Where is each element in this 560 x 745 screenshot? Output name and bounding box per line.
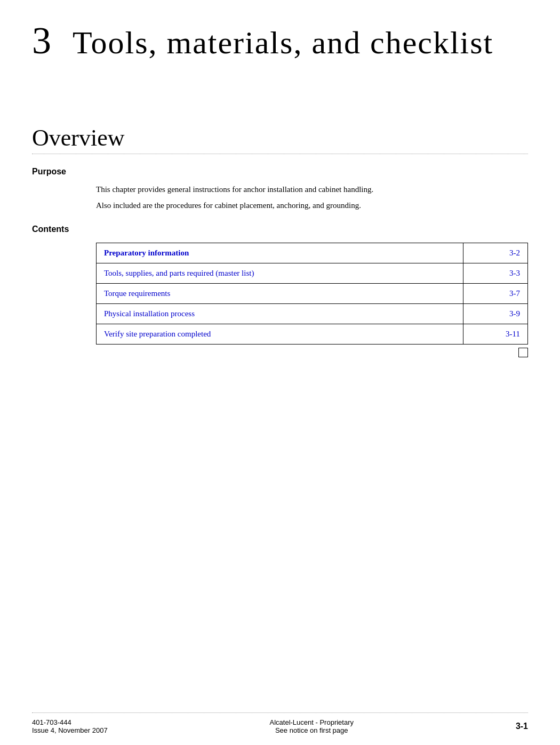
purpose-text-1: This chapter provides general instructio… [96,183,528,196]
footer-divider [32,712,528,713]
toc-page-cell: 3-9 [463,304,527,324]
toc-page-cell: 3-7 [463,284,527,304]
page-container: 3 Tools, materials, and checklist Overvi… [0,0,560,745]
purpose-label: Purpose [32,167,528,177]
footer-issue: Issue 4, November 2007 [32,726,108,734]
overview-section: Overview Purpose This chapter provides g… [0,60,560,345]
scroll-indicator [518,348,528,357]
toc-row[interactable]: Physical installation process3-9 [97,304,528,324]
footer-left: 401-703-444 Issue 4, November 2007 [32,718,108,734]
chapter-number: 3 [32,21,51,60]
footer: 401-703-444 Issue 4, November 2007 Alcat… [0,712,560,745]
toc-title-cell[interactable]: Torque requirements [97,284,463,304]
chapter-header: 3 Tools, materials, and checklist [0,0,560,60]
chapter-title: Tools, materials, and checklist [73,25,493,60]
toc-row[interactable]: Verify site preparation completed3-11 [97,324,528,345]
footer-doc-number: 401-703-444 [32,718,108,726]
contents-section: Contents Preparatory information3-2Tools… [32,225,528,345]
footer-company: Alcatel-Lucent - Proprietary [270,718,354,726]
contents-label: Contents [32,225,528,234]
toc-page-cell: 3-3 [463,263,527,284]
toc-page-cell: 3-11 [463,324,527,345]
purpose-text-2: Also included are the procedures for cab… [96,199,528,212]
toc-title-cell[interactable]: Tools, supplies, and parts required (mas… [97,263,463,284]
toc-page-cell: 3-2 [463,243,527,263]
purpose-body: This chapter provides general instructio… [32,183,528,212]
footer-page-number: 3-1 [516,722,528,731]
toc-row[interactable]: Tools, supplies, and parts required (mas… [97,263,528,284]
toc-row[interactable]: Preparatory information3-2 [97,243,528,263]
toc-title-cell[interactable]: Physical installation process [97,304,463,324]
overview-heading: Overview [32,124,528,151]
footer-notice: See notice on first page [270,726,354,734]
toc-row[interactable]: Torque requirements3-7 [97,284,528,304]
footer-content: 401-703-444 Issue 4, November 2007 Alcat… [32,718,528,734]
toc-wrapper: Preparatory information3-2Tools, supplie… [32,243,528,345]
toc-title-cell[interactable]: Preparatory information [97,243,463,263]
overview-divider [32,154,528,154]
toc-table: Preparatory information3-2Tools, supplie… [96,243,528,345]
toc-title-cell[interactable]: Verify site preparation completed [97,324,463,345]
footer-center: Alcatel-Lucent - Proprietary See notice … [270,718,354,734]
